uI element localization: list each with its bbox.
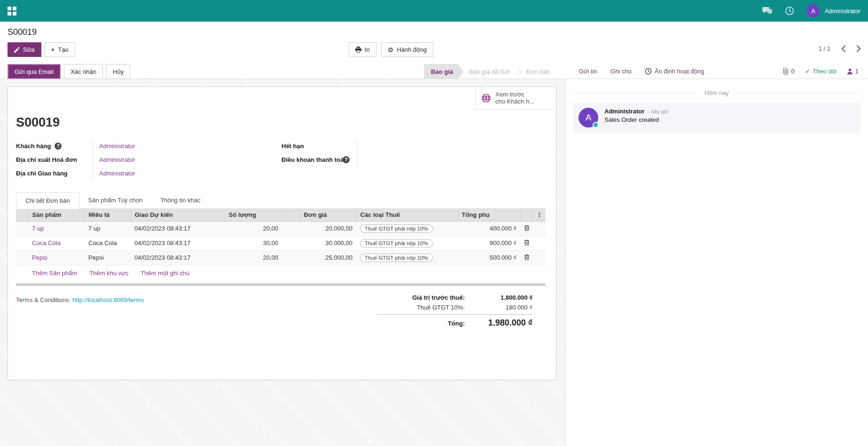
invoice-address-label: Địa chỉ xuất Hoá đơn	[16, 156, 77, 163]
total-amount-value: 1.980.000 ₫	[476, 318, 532, 328]
followers-button[interactable]: 1	[847, 68, 859, 75]
total-amount-label: Tổng:	[377, 320, 476, 327]
qty-cell: 20,00	[225, 250, 282, 265]
untaxed-amount-row: Giá trị trước thuế: 1.800.000 ₫	[377, 293, 532, 303]
unit-price-column-header[interactable]: Đơn giá	[300, 209, 356, 221]
delete-line-button[interactable]	[524, 239, 530, 246]
table-row[interactable]: 7 up 7 up 04/02/2023 08:43:17 20,00 20.0…	[16, 221, 546, 236]
tab-order-lines[interactable]: Chi tiết Đơn bán	[16, 192, 79, 209]
help-question-icon: ?	[343, 156, 350, 163]
taxes-column-header[interactable]: Các loại Thuế	[356, 209, 458, 221]
edit-button[interactable]: Sửa	[8, 42, 41, 57]
attachments-button[interactable]: 0	[782, 68, 794, 75]
delete-line-button[interactable]	[524, 225, 530, 231]
unit-price-cell: 30.000,00	[300, 236, 356, 250]
tax-amount-label: Thuế GTGT 10%:	[377, 304, 476, 311]
product-link[interactable]: Pepsi	[32, 254, 47, 261]
delete-column-header	[520, 209, 532, 221]
chatter-panel: Hôm nay A Administrator - bây giờ Sales …	[565, 79, 868, 446]
tax-amount-row: Thuế GTGT 10%: 180.000 ₫	[377, 303, 532, 312]
qty-column-header[interactable]: Số lượng	[225, 209, 282, 221]
message-time: - bây giờ	[648, 109, 668, 114]
customer-preview-line1: Xem trước	[495, 91, 524, 98]
trash-icon	[524, 254, 530, 260]
terms-and-conditions: Terms & Conditions: http://localhost:806…	[16, 293, 144, 303]
action-button[interactable]: ⚙ Hành động	[381, 42, 433, 57]
plus-icon: +	[51, 46, 55, 53]
horizontal-scrollbar[interactable]	[16, 283, 546, 286]
order-totals: Giá trị trước thuế: 1.800.000 ₫ Thuế GTG…	[377, 293, 532, 329]
product-link[interactable]: 7 up	[32, 225, 44, 232]
uom-column-header	[282, 209, 300, 221]
customer-link[interactable]: Administrator	[99, 143, 135, 150]
pager-count: 1 / 1	[819, 45, 830, 52]
product-link[interactable]: Coca Cola	[32, 239, 61, 247]
top-navbar: A Administrator	[0, 0, 868, 22]
expiration-value[interactable]	[357, 139, 545, 153]
terms-link[interactable]: http://localhost:8069/terms	[72, 296, 144, 303]
delivery-column-header[interactable]: Giao Dự kiến	[131, 209, 225, 221]
online-status-dot	[593, 122, 599, 128]
pager-previous-button[interactable]	[841, 45, 846, 52]
statusbar-step-quotation-sent[interactable]: Báo giá đã Gửi	[463, 64, 516, 79]
tab-optional-products[interactable]: Sản phẩm Tuỳ chọn	[79, 192, 152, 208]
message-avatar: A	[579, 108, 598, 127]
attachment-count: 0	[791, 68, 794, 75]
delivery-address-link[interactable]: Administrator	[99, 170, 135, 177]
delivery-address-label: Địa chỉ Giao hàng	[16, 170, 68, 177]
create-button[interactable]: + Tạo	[45, 42, 75, 57]
add-section-link[interactable]: Thêm khu vực	[89, 270, 128, 277]
delivery-cell: 04/02/2023 08:43:17	[131, 221, 225, 236]
tax-amount-value: 180.000 ₫	[476, 304, 532, 311]
message-author[interactable]: Administrator	[604, 108, 644, 115]
description-column-header[interactable]: Miêu tả	[85, 209, 131, 221]
table-row[interactable]: Coca Cola Coca Cola 04/02/2023 08:43:17 …	[16, 236, 546, 250]
pager-next-button[interactable]	[856, 45, 861, 52]
send-message-button[interactable]: Gửi tin	[579, 68, 597, 75]
statusbar-step-quotation[interactable]: Báo giá	[424, 64, 463, 79]
follow-button[interactable]: ✓ Theo dõi	[805, 67, 836, 75]
cancel-button[interactable]: Hủy	[106, 64, 130, 79]
clock-icon	[645, 68, 652, 75]
expiration-label: Hết hạn	[282, 143, 304, 150]
tax-badge: Thuế GTGT phải nộp 10%	[360, 239, 433, 247]
date-divider: Hôm nay	[573, 89, 860, 96]
chatter-message[interactable]: A Administrator - bây giờ Sales Order cr…	[573, 103, 860, 133]
sheet: Xem trước cho Khách h... S00019 Khách hà…	[8, 87, 556, 380]
statusbar-step-sales-order[interactable]: Đơn bán	[521, 64, 556, 79]
confirm-button[interactable]: Xác nhận	[64, 64, 103, 79]
product-column-header[interactable]: Sản phẩm	[28, 209, 85, 221]
field-invoice-address: Địa chỉ xuất Hoá đơn Administrator	[16, 153, 282, 167]
delete-line-button[interactable]	[524, 254, 530, 260]
invoice-address-link[interactable]: Administrator	[99, 156, 135, 163]
table-header-row: Sản phẩm Miêu tả Giao Dự kiến Số lượng Đ…	[16, 209, 546, 221]
subtotal-column-header[interactable]: Tổng phụ	[458, 209, 520, 221]
chevron-right-icon	[856, 45, 861, 52]
add-product-link[interactable]: Thêm Sản phẩm	[32, 270, 77, 277]
activity-clock-icon[interactable]	[785, 6, 794, 16]
delivery-cell: 04/02/2023 08:43:17	[131, 236, 225, 250]
table-row[interactable]: Pepsi Pepsi 04/02/2023 08:43:17 20,00 25…	[16, 250, 546, 265]
customer-label: Khách hàng	[16, 143, 51, 150]
pager: 1 / 1	[819, 45, 861, 52]
customer-preview-button[interactable]: Xem trước cho Khách h...	[475, 87, 556, 110]
payment-terms-value[interactable]	[357, 153, 545, 167]
subtotal-cell: 400.000 ₫	[458, 221, 520, 236]
unit-price-cell: 25.000,00	[300, 250, 356, 265]
user-avatar: A	[806, 4, 820, 17]
send-by-email-button[interactable]: Gửi qua Email	[8, 64, 61, 79]
messages-icon[interactable]	[762, 7, 773, 15]
apps-menu-icon[interactable]	[8, 7, 16, 16]
add-note-link[interactable]: Thêm một ghi chú	[141, 270, 189, 277]
tab-other-info[interactable]: Thông tin khác	[151, 192, 209, 208]
form-view-background: Xem trước cho Khách h... S00019 Khách hà…	[0, 79, 565, 446]
tax-badge: Thuế GTGT phải nộp 10%	[360, 254, 433, 262]
optional-columns-icon[interactable]: ⋮	[532, 209, 546, 221]
description-cell: Pepsi	[85, 250, 131, 265]
schedule-activity-button[interactable]: Ấn định hoạt động	[645, 68, 704, 75]
user-menu[interactable]: A Administrator	[806, 4, 860, 17]
breadcrumb: S00019	[8, 27, 37, 37]
total-amount-row: Tổng: 1.980.000 ₫	[377, 314, 532, 329]
print-button[interactable]: In	[349, 42, 376, 57]
log-note-button[interactable]: Ghi chú	[610, 68, 632, 75]
